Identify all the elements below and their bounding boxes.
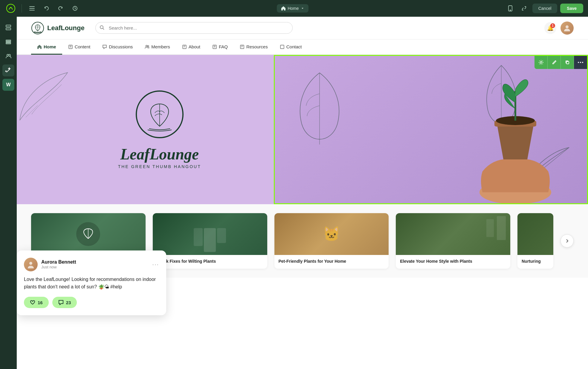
more-toolbar-button[interactable] <box>574 56 587 69</box>
svg-rect-6 <box>6 25 11 27</box>
card-2[interactable]: Quick Fixes for Wilting Plants <box>153 213 267 269</box>
avatar-image <box>560 21 574 35</box>
comment-button[interactable]: 23 <box>52 297 77 308</box>
nav-label-about: About <box>189 44 200 49</box>
nav-item-faq[interactable]: FAQ <box>206 40 234 55</box>
hero-tagline: THE GREEN THUMB HANGOUT <box>118 164 201 169</box>
svg-point-21 <box>146 45 147 47</box>
card-3[interactable]: 🐱 Pet-Friendly Plants for Your Home <box>274 213 389 269</box>
svg-point-17 <box>566 25 569 28</box>
site-nav: Home Content Discussions Members About F… <box>17 39 588 55</box>
card-4-title: Elevate Your Home Style with Plants <box>396 255 510 269</box>
post-author-info: Aurora Bennett Just now <box>41 259 76 269</box>
sidebar-icon-pages[interactable] <box>2 21 14 33</box>
svg-point-15 <box>100 26 103 29</box>
card-2-title: Quick Fixes for Wilting Plants <box>153 255 267 269</box>
svg-rect-0 <box>29 6 35 7</box>
nav-item-discussions[interactable]: Discussions <box>96 40 139 55</box>
svg-point-12 <box>9 54 10 56</box>
avatar[interactable] <box>560 21 574 35</box>
site-search <box>95 22 293 34</box>
site-logo-name: LeafLounge <box>47 24 85 32</box>
post-author-name: Aurora Bennett <box>41 259 76 265</box>
redo-button[interactable] <box>55 3 66 14</box>
sidebar-icon-members[interactable] <box>2 50 14 62</box>
nav-item-resources[interactable]: Resources <box>234 40 274 55</box>
cards-next-button[interactable] <box>560 234 574 247</box>
toolbar-right: Cancel Save <box>505 3 583 14</box>
pen-toolbar-button[interactable] <box>548 56 561 69</box>
mobile-preview-button[interactable] <box>505 3 516 14</box>
card-3-title: Pet-Friendly Plants for Your Home <box>274 255 389 269</box>
svg-rect-2 <box>29 10 35 10</box>
post-avatar <box>24 258 38 271</box>
nav-label-faq: FAQ <box>219 44 228 49</box>
hero-plant-image-area <box>274 55 588 204</box>
svg-rect-7 <box>6 28 11 30</box>
svg-point-39 <box>580 62 581 63</box>
selected-element-toolbar <box>534 56 587 69</box>
duplicate-toolbar-button[interactable] <box>561 56 574 69</box>
card-5-title: Nurturing <box>517 255 553 269</box>
svg-point-36 <box>540 61 542 63</box>
post-time: Just now <box>41 265 76 269</box>
svg-point-5 <box>510 10 511 10</box>
nav-label-home: Home <box>44 44 56 49</box>
save-button[interactable]: Save <box>560 4 583 13</box>
svg-point-42 <box>29 262 32 265</box>
svg-rect-8 <box>6 40 11 41</box>
nav-item-home[interactable]: Home <box>31 40 62 55</box>
nav-label-members: Members <box>151 44 170 49</box>
notification-badge: 1 <box>550 23 555 28</box>
nav-item-about[interactable]: About <box>176 40 206 55</box>
post-card-header: Aurora Bennett Just now ··· <box>24 258 159 271</box>
search-input[interactable] <box>95 22 293 34</box>
like-count: 16 <box>38 300 43 305</box>
nav-label-resources: Resources <box>246 44 268 49</box>
post-more-button[interactable]: ··· <box>152 261 159 268</box>
sidebar-icon-wand[interactable] <box>2 64 14 76</box>
hero-left: LeafLounge THE GREEN THUMB HANGOUT <box>17 73 303 187</box>
notification-button[interactable]: 🔔 1 <box>544 22 556 34</box>
svg-rect-37 <box>566 61 569 64</box>
left-sidebar: W <box>0 17 17 369</box>
fullscreen-button[interactable] <box>519 3 529 14</box>
app-logo[interactable] <box>5 2 17 14</box>
search-icon <box>100 25 104 31</box>
settings-toolbar-button[interactable] <box>534 56 548 69</box>
hero-logo-circle <box>136 90 184 138</box>
nav-label-discussions: Discussions <box>109 44 133 49</box>
hero-plant-bg <box>274 55 588 204</box>
post-card: Aurora Bennett Just now ··· Love the Lea… <box>17 250 166 315</box>
hero-section: LeafLounge THE GREEN THUMB HANGOUT <box>17 55 588 204</box>
nav-label-content: Content <box>75 44 91 49</box>
svg-point-40 <box>582 62 583 63</box>
top-toolbar: Home Cancel Save <box>0 0 588 17</box>
site-header-right: 🔔 1 <box>544 21 574 35</box>
svg-point-38 <box>578 62 579 63</box>
svg-line-16 <box>103 28 104 30</box>
nav-item-members[interactable]: Members <box>139 40 176 55</box>
nav-item-content[interactable]: Content <box>62 40 97 55</box>
undo-button[interactable] <box>41 3 52 14</box>
sidebar-icon-layers[interactable] <box>2 36 14 48</box>
sidebar-toggle-button[interactable] <box>27 3 37 14</box>
site-header: LeafLounge 🔔 1 <box>17 17 588 39</box>
like-button[interactable]: 16 <box>24 297 49 308</box>
cancel-button[interactable]: Cancel <box>532 4 558 13</box>
plant-pot-illustration <box>459 70 572 204</box>
sidebar-icon-w[interactable]: W <box>2 79 14 91</box>
svg-rect-32 <box>280 45 284 49</box>
toolbar-center: Home <box>84 4 501 13</box>
toolbar-separator <box>22 4 22 13</box>
nav-item-contact[interactable]: Contact <box>274 40 308 55</box>
home-indicator[interactable]: Home <box>277 4 308 13</box>
svg-rect-10 <box>6 43 11 44</box>
history-button[interactable] <box>70 3 80 14</box>
card-5[interactable]: Nurturing <box>517 213 553 269</box>
main-content: LeafLounge 🔔 1 <box>17 17 588 369</box>
comment-count: 23 <box>66 300 71 305</box>
site-logo: LeafLounge <box>31 21 85 35</box>
card-4[interactable]: Elevate Your Home Style with Plants <box>396 213 510 269</box>
nav-label-contact: Contact <box>286 44 302 49</box>
